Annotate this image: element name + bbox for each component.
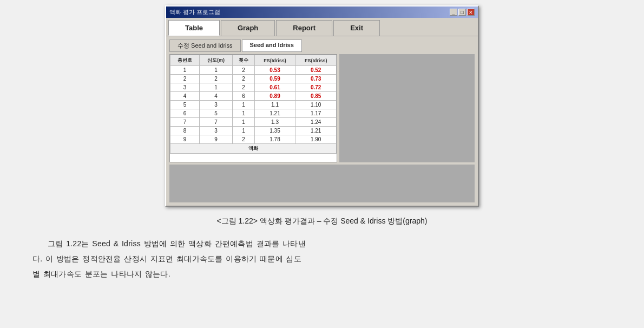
table-row: 7 7 1 1.3 1.24: [170, 118, 337, 127]
content-area: 수정 Seed and Idriss Seed and Idriss 층번호 심…: [166, 36, 478, 206]
tab-report[interactable]: Report: [276, 20, 332, 36]
title-bar-buttons: _ □ ✕: [450, 9, 475, 16]
table-row: 9 9 2 1.78 1.90: [170, 135, 337, 144]
maximize-button[interactable]: □: [458, 9, 466, 16]
table-row: 5 3 1 1.1 1.10: [170, 101, 337, 109]
body-text: 그림 1.22는 Seed & Idriss 방법에 의한 액상화 간편예측법 …: [11, 236, 633, 281]
close-button[interactable]: ✕: [467, 9, 475, 16]
table-panel: 층번호 심도(m) 횟수 FS(Idriss) FS(Idriss) 1 1 2: [169, 54, 337, 162]
data-table: 층번호 심도(m) 횟수 FS(Idriss) FS(Idriss) 1 1 2: [170, 55, 337, 154]
col-header-fs1: FS(Idriss): [254, 55, 295, 66]
col-header-layer: 층번호: [170, 55, 200, 66]
table-row: 1 1 2 0.53 0.52: [170, 66, 337, 75]
minimize-button[interactable]: _: [450, 9, 457, 16]
table-row: 8 3 1 1.35 1.21: [170, 127, 337, 135]
col-header-fs2: FS(Idriss): [295, 55, 337, 66]
bottom-panel: [169, 165, 475, 202]
tab-table[interactable]: Table: [168, 20, 220, 36]
table-row: 2 2 2 0.59 0.73: [170, 75, 337, 83]
table-row: 4 4 6 0.89 0.85: [170, 92, 337, 101]
body-paragraph-1: 그림 1.22는 Seed & Idriss 방법에 의한 액상화 간편예측법 …: [32, 236, 612, 281]
table-row: 3 1 2 0.61 0.72: [170, 83, 337, 92]
table-footer: 액화: [170, 144, 337, 154]
graph-panel: [339, 54, 475, 162]
table-row: 6 5 1 1.21 1.17: [170, 109, 337, 118]
title-bar: 액화 평가 프로그램 _ □ ✕: [166, 6, 478, 18]
main-panel: 층번호 심도(m) 횟수 FS(Idriss) FS(Idriss) 1 1 2: [169, 54, 475, 162]
figure-caption: <그림 1.22> 액상화 평가결과 – 수정 Seed & Idriss 방법…: [11, 217, 633, 226]
tab-graph[interactable]: Graph: [221, 20, 275, 36]
sub-tabs: 수정 Seed and Idriss Seed and Idriss: [169, 40, 475, 52]
col-header-count: 횟수: [233, 55, 254, 66]
window-title: 액화 평가 프로그램: [169, 8, 220, 16]
col-header-depth: 심도(m): [199, 55, 232, 66]
app-window: 액화 평가 프로그램 _ □ ✕ Table Graph Report Exit…: [165, 5, 479, 207]
sub-tab-modified-seed[interactable]: 수정 Seed and Idriss: [169, 40, 241, 52]
tab-exit[interactable]: Exit: [333, 20, 380, 36]
sub-tab-seed-idriss[interactable]: Seed and Idriss: [242, 40, 302, 52]
main-nav-tabs: Table Graph Report Exit: [166, 18, 478, 36]
